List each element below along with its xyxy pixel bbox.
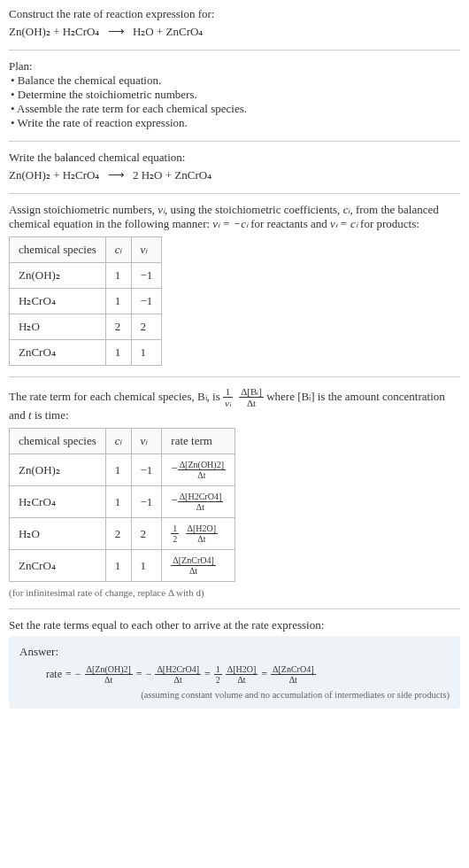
stoich-table: chemical species cᵢ νᵢ Zn(OH)₂1−1 H₂CrO₄… <box>9 236 162 366</box>
plan-item: Balance the chemical equation. <box>11 74 460 88</box>
cell-ci: 1 <box>105 454 131 486</box>
intro-eq-right: H₂O + ZnCrO₄ <box>133 25 203 38</box>
fraction: Δ[ZnCrO4]Δt <box>171 555 215 576</box>
cell-ci: 1 <box>105 550 131 582</box>
reaction-arrow-icon: ⟶ <box>103 25 130 38</box>
fraction: Δ[H2CrO4]Δt <box>155 664 201 685</box>
table-header-row: chemical species cᵢ νᵢ rate term <box>10 429 235 454</box>
reaction-arrow-icon: ⟶ <box>103 168 130 182</box>
numerator: Δ[H2O] <box>186 523 219 534</box>
col-nui: νᵢ <box>131 429 162 454</box>
text: for reactants and <box>248 217 330 230</box>
denominator: Δt <box>171 566 215 576</box>
table-row: H₂O 2 2 12 Δ[H2O]Δt <box>10 518 235 550</box>
table-row: ZnCrO₄ 1 1 Δ[ZnCrO4]Δt <box>10 550 235 582</box>
numerator: 1 <box>171 523 179 534</box>
intro-prompt: Construct the rate of reaction expressio… <box>9 7 460 21</box>
coef-fraction: 12 <box>171 523 179 544</box>
stoich-section: Assign stoichiometric numbers, νᵢ, using… <box>9 203 460 366</box>
denominator: 2 <box>171 534 179 544</box>
neg-sign: − <box>146 668 152 681</box>
cell-rate: −Δ[Zn(OH)2]Δt <box>162 454 235 486</box>
stoich-intro: Assign stoichiometric numbers, νᵢ, using… <box>9 203 460 231</box>
balanced-equation: Zn(OH)₂ + H₂CrO₄ ⟶ 2 H₂O + ZnCrO₄ <box>9 168 460 182</box>
equals-sign: = <box>204 668 211 681</box>
fraction: Δ[Zn(OH)2]Δt <box>85 664 133 685</box>
cell-ci: 1 <box>105 340 131 366</box>
denominator: 2 <box>214 675 222 685</box>
numerator: Δ[Zn(OH)2] <box>178 460 226 470</box>
cell-rate: −Δ[H2CrO4]Δt <box>162 486 235 518</box>
fraction: Δ[ZnCrO4]Δt <box>271 664 315 685</box>
equals-sign: = <box>136 668 142 681</box>
denominator: Δt <box>271 675 315 685</box>
intro-eq-left: Zn(OH)₂ + H₂CrO₄ <box>9 25 99 38</box>
neg-sign: − <box>171 462 177 476</box>
table-header-row: chemical species cᵢ νᵢ <box>10 237 162 263</box>
cell-nui: −1 <box>131 289 162 314</box>
cell-species: H₂CrO₄ <box>10 486 106 518</box>
answer-label: Answer: <box>19 645 450 659</box>
fraction: Δ[H2O]Δt <box>226 664 258 685</box>
rateterm-intro: The rate term for each chemical species,… <box>9 386 460 422</box>
rateterm-table: chemical species cᵢ νᵢ rate term Zn(OH)₂… <box>9 428 235 582</box>
balanced-title: Write the balanced chemical equation: <box>9 151 460 165</box>
table-row: H₂CrO₄1−1 <box>10 289 162 314</box>
neg-sign: − <box>75 668 81 681</box>
cell-nui: 1 <box>131 340 162 366</box>
col-ci: cᵢ <box>105 237 131 263</box>
denominator: Δt <box>155 675 201 685</box>
final-section: Set the rate terms equal to each other t… <box>9 618 460 709</box>
intro-equation: Zn(OH)₂ + H₂CrO₄ ⟶ H₂O + ZnCrO₄ <box>9 25 460 39</box>
numerator: Δ[ZnCrO4] <box>171 555 215 566</box>
cell-rate: Δ[ZnCrO4]Δt <box>162 550 235 582</box>
divider <box>9 376 460 377</box>
cell-nui: −1 <box>131 486 162 518</box>
relation: νᵢ = −cᵢ <box>212 217 248 230</box>
table-row: ZnCrO₄11 <box>10 340 162 366</box>
balanced-eq-right: 2 H₂O + ZnCrO₄ <box>133 168 211 182</box>
fraction: Δ[H2O]Δt <box>186 523 219 544</box>
table-row: H₂O22 <box>10 314 162 340</box>
fraction: Δ[Bᵢ] Δt <box>239 386 264 408</box>
denominator: Δt <box>186 534 219 544</box>
answer-note: (assuming constant volume and no accumul… <box>19 690 450 700</box>
cell-rate: 12 Δ[H2O]Δt <box>162 518 235 550</box>
denominator: Δt <box>178 470 226 480</box>
table-row: Zn(OH)₂ 1 −1 −Δ[Zn(OH)2]Δt <box>10 454 235 486</box>
numerator: Δ[Bᵢ] <box>239 386 264 398</box>
numerator: Δ[H2O] <box>226 664 258 675</box>
answer-box: Answer: rate = − Δ[Zn(OH)2]Δt = − Δ[H2Cr… <box>9 636 460 709</box>
fraction: Δ[H2CrO4]Δt <box>178 492 224 512</box>
balanced-eq-left: Zn(OH)₂ + H₂CrO₄ <box>9 168 99 182</box>
col-rate: rate term <box>162 429 235 454</box>
numerator: Δ[Zn(OH)2] <box>85 664 133 675</box>
cell-species: H₂O <box>10 518 106 550</box>
cell-ci: 1 <box>105 486 131 518</box>
cell-species: Zn(OH)₂ <box>10 263 106 289</box>
numerator: 1 <box>223 386 233 398</box>
cell-nui: −1 <box>131 263 162 289</box>
neg-sign: − <box>171 494 177 508</box>
table-row: H₂CrO₄ 1 −1 −Δ[H2CrO4]Δt <box>10 486 235 518</box>
cell-nui: −1 <box>131 454 162 486</box>
equals-sign: = <box>65 668 72 681</box>
cell-species: ZnCrO₄ <box>10 550 106 582</box>
plan-item: Determine the stoichiometric numbers. <box>11 88 460 102</box>
denominator: Δt <box>178 502 224 512</box>
coef-fraction: 12 <box>214 664 222 685</box>
cell-species: ZnCrO₄ <box>10 340 106 366</box>
col-nui: νᵢ <box>131 237 162 263</box>
text: Assign stoichiometric numbers, <box>9 203 158 216</box>
cell-nui: 1 <box>131 550 162 582</box>
intro-section: Construct the rate of reaction expressio… <box>9 7 460 39</box>
cell-species: H₂CrO₄ <box>10 289 106 314</box>
nu-i: νᵢ <box>158 203 165 216</box>
cell-ci: 1 <box>105 289 131 314</box>
fraction: 1 νᵢ <box>223 386 233 408</box>
cell-nui: 2 <box>131 518 162 550</box>
denominator: Δt <box>239 398 264 408</box>
col-ci: cᵢ <box>105 429 131 454</box>
text: is time: <box>32 408 69 422</box>
numerator: Δ[ZnCrO4] <box>271 664 315 675</box>
